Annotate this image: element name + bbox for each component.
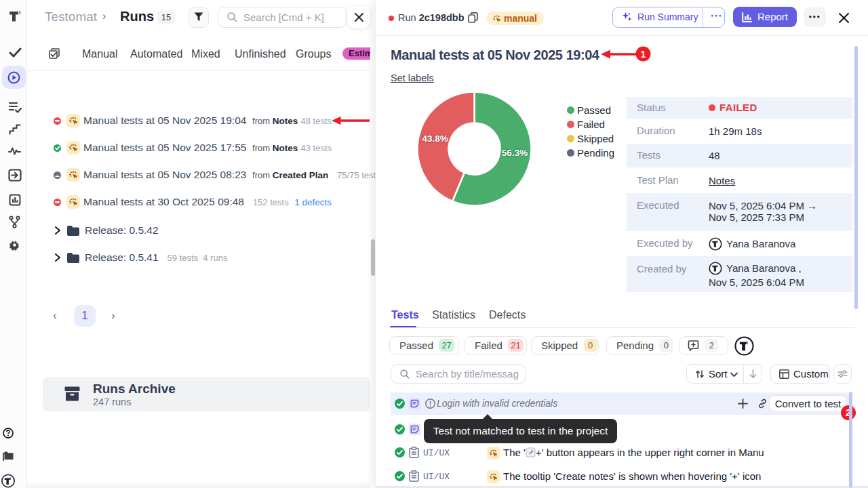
svg-text:1: 1 (641, 49, 646, 60)
svg-text:43.8%: 43.8% (422, 134, 448, 144)
svg-text:56.3%: 56.3% (502, 148, 528, 158)
